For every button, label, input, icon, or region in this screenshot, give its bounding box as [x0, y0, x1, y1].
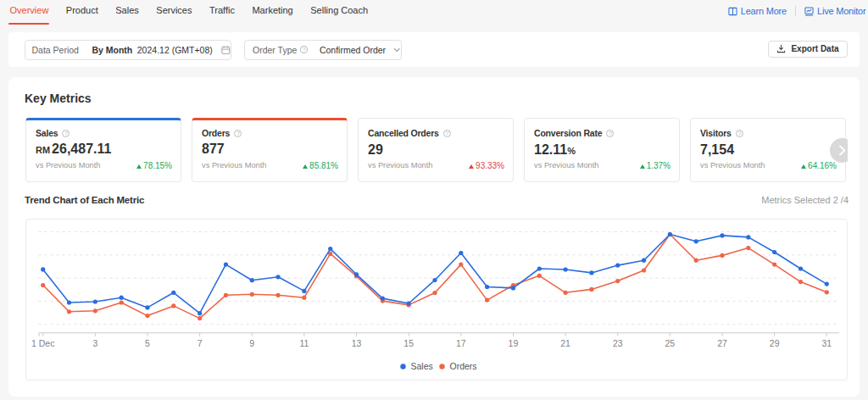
svg-text:25: 25 [665, 338, 676, 348]
svg-text:7: 7 [198, 338, 203, 348]
svg-text:27: 27 [717, 338, 727, 348]
svg-text:Orders: Orders [450, 361, 477, 371]
svg-text:31: 31 [821, 338, 832, 348]
svg-text:15: 15 [403, 338, 414, 348]
svg-text:3: 3 [92, 338, 97, 348]
svg-text:17: 17 [456, 338, 466, 348]
svg-text:29: 29 [770, 338, 780, 348]
svg-text:9: 9 [249, 338, 254, 348]
svg-text:Sales: Sales [411, 361, 433, 371]
svg-text:11: 11 [299, 338, 309, 348]
svg-text:23: 23 [613, 338, 623, 348]
svg-text:1 Dec: 1 Dec [31, 338, 54, 348]
svg-text:19: 19 [509, 338, 519, 348]
svg-text:5: 5 [145, 338, 150, 348]
svg-text:21: 21 [560, 338, 570, 348]
svg-text:13: 13 [352, 338, 362, 348]
